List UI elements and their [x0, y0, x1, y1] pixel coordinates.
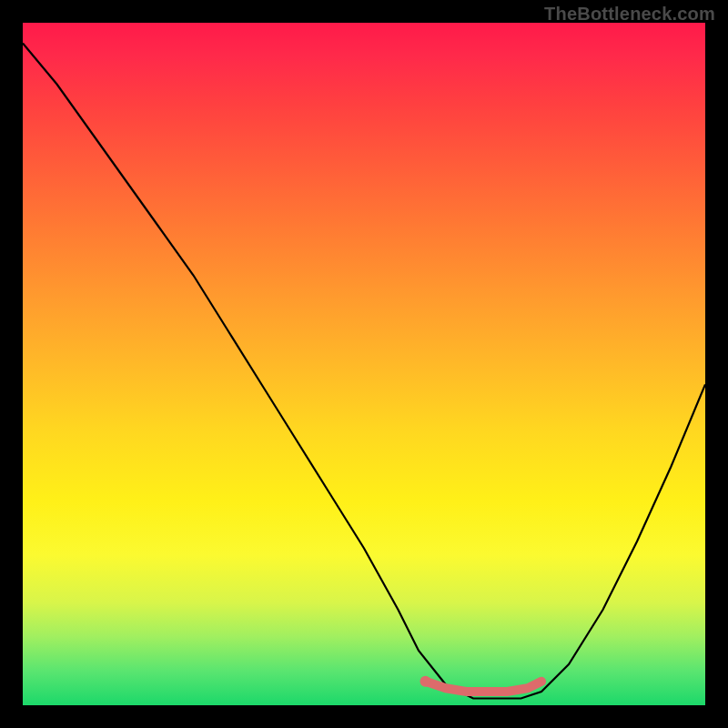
highlight-curve	[426, 682, 542, 692]
highlight-dot	[420, 676, 431, 687]
plot-area	[23, 23, 705, 705]
chart-container: TheBottleneck.com	[0, 0, 728, 728]
main-curve	[23, 44, 705, 699]
curve-group	[23, 44, 705, 699]
chart-svg	[23, 23, 705, 705]
watermark-text: TheBottleneck.com	[544, 4, 715, 25]
